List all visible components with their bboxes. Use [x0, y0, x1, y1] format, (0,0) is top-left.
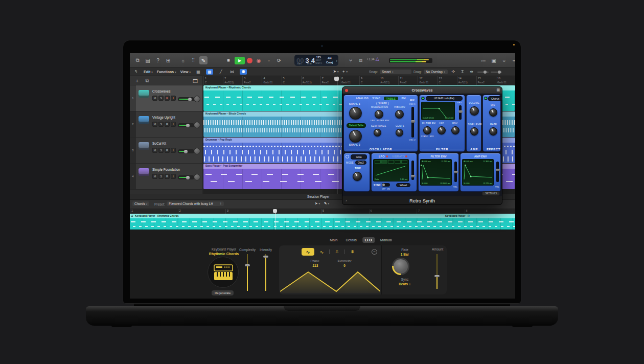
- shape2-knob[interactable]: [349, 130, 362, 143]
- drag-select[interactable]: No Overlap ⇕: [424, 70, 448, 74]
- record-button[interactable]: [247, 58, 252, 63]
- lcd-key[interactable]: Cmaj: [326, 60, 333, 64]
- ruler-bar[interactable]: 10 Am7(11): [379, 76, 398, 85]
- flex-icon[interactable]: ✣: [450, 69, 457, 75]
- ruler-bar[interactable]: 13 C: [438, 76, 457, 85]
- bar-ruler[interactable]: 1 C2 Am7(11)3 Fsus24 Gadd 115 C6 Am7(11)…: [203, 76, 515, 85]
- sine-level-knob[interactable]: [470, 127, 478, 135]
- autozoom-icon[interactable]: ⇹: [468, 69, 475, 75]
- filter-env-display[interactable]: A 0.00 msD 210 ms S 0.00R 8500 ms: [420, 159, 452, 186]
- i-button[interactable]: I: [171, 122, 176, 127]
- chords-button[interactable]: Chords ▾: [132, 201, 149, 206]
- lfo-display[interactable]: Rate 1.80 ms: [373, 159, 409, 181]
- m-button[interactable]: M: [152, 96, 157, 101]
- intensity-slider[interactable]: [265, 254, 266, 291]
- tab-sync[interactable]: SYNC: [372, 97, 380, 100]
- minus-icon[interactable]: −: [372, 249, 377, 255]
- track-name[interactable]: Vintage Upright: [152, 116, 175, 119]
- m-button[interactable]: M: [152, 148, 157, 153]
- track-header[interactable]: 2 Vintage Upright MSRI: [130, 111, 202, 138]
- amp-env-display[interactable]: A 0.40 msD 300 ms S 0.00R 270 ms: [462, 159, 494, 186]
- regenerate-button[interactable]: Regenerate: [212, 290, 234, 295]
- rate-value[interactable]: 1 Bar: [401, 252, 409, 257]
- default-table-button[interactable]: Default Table: [347, 123, 366, 128]
- filter-env-knob[interactable]: [451, 126, 459, 134]
- grid-view-icon[interactable]: ▦: [195, 69, 202, 75]
- tab-table[interactable]: TABLE: [384, 97, 398, 100]
- m-button[interactable]: M: [152, 122, 157, 127]
- track-name[interactable]: Simple Foundation: [152, 168, 180, 171]
- lcd-display[interactable]: 00 3 4 BAR BEAT 125 KEEP TEMPO 4/4: [294, 55, 338, 66]
- lfo-sync-switch[interactable]: [382, 183, 390, 187]
- glide-power-icon[interactable]: [346, 155, 349, 158]
- functions-menu[interactable]: Functions▾: [157, 70, 176, 74]
- complexity-slider[interactable]: [247, 254, 248, 291]
- loop-browser-icon[interactable]: ○: [500, 56, 508, 64]
- wave-sine-selected-icon[interactable]: ∿: [302, 248, 314, 256]
- ruler-bar[interactable]: 4 Gadd 11: [262, 76, 281, 85]
- disclosure-icon[interactable]: ›: [346, 198, 347, 203]
- tab-fm[interactable]: FM: [402, 97, 406, 100]
- lfo-waveform-display[interactable]: [280, 270, 380, 293]
- editors-icon[interactable]: ✎: [199, 56, 208, 64]
- session-player-icon[interactable]: ⚉: [240, 69, 247, 75]
- editor-tab-lfo[interactable]: LFO: [362, 237, 375, 243]
- inspector-icon[interactable]: ▤: [144, 56, 152, 64]
- wave-sine-icon[interactable]: ∿: [315, 248, 328, 256]
- osc-mix-slider[interactable]: [411, 107, 414, 138]
- r-button[interactable]: R: [165, 148, 170, 153]
- ruler-bar[interactable]: 6 Am7(11): [301, 76, 320, 85]
- i-button[interactable]: I: [171, 174, 176, 179]
- lfo-depth-slider[interactable]: [411, 161, 414, 180]
- lcd-time-signature[interactable]: 4/4: [326, 56, 333, 60]
- zoom-h-slider[interactable]: [477, 72, 489, 73]
- volume-slider[interactable]: [178, 175, 194, 179]
- note-pads-icon[interactable]: ▣: [490, 56, 498, 64]
- fade-tool-icon[interactable]: ╱: [217, 69, 224, 75]
- track-header[interactable]: 4 Simple Foundation MSRI: [130, 164, 202, 190]
- stop-button[interactable]: ■: [224, 56, 233, 64]
- settings-button[interactable]: SETTINGS: [482, 191, 500, 196]
- preset-select[interactable]: Flavored Chords with busy LH ⇕: [167, 201, 224, 206]
- pan-knob[interactable]: [194, 122, 200, 128]
- command-tool-menu[interactable]: ＋▾: [341, 69, 348, 74]
- m-button[interactable]: M: [152, 174, 157, 179]
- toolbar-icon[interactable]: ⊞: [164, 56, 172, 64]
- zoom-v-slider[interactable]: [491, 72, 502, 73]
- editor-tab-manual[interactable]: Manual: [378, 237, 395, 243]
- volume-slider[interactable]: [178, 149, 194, 153]
- pointer-tool-menu[interactable]: ➤▾: [333, 70, 338, 74]
- edit-menu[interactable]: Edit▾: [144, 70, 153, 74]
- ruler-bar[interactable]: 14 Am7(11): [457, 76, 476, 85]
- player-artwork[interactable]: [208, 257, 239, 288]
- ruler-bar[interactable]: 12 Gadd 11: [418, 76, 437, 85]
- shape1-knob[interactable]: [349, 107, 362, 120]
- count-in-icon[interactable]: ⧈: [357, 56, 365, 64]
- r-button[interactable]: R: [165, 96, 170, 101]
- sync-value[interactable]: Beats ⇕: [399, 282, 411, 287]
- rate-knob[interactable]: [392, 258, 409, 275]
- editor-tab-details[interactable]: Details: [343, 237, 359, 243]
- ruler-bar[interactable]: 2 Am7(11): [223, 76, 242, 85]
- metronome-icon[interactable]: △: [376, 56, 379, 61]
- crossfade-icon[interactable]: ⋈: [228, 69, 236, 75]
- s-button[interactable]: S: [158, 122, 164, 127]
- effect-power-icon[interactable]: [484, 97, 488, 100]
- replace-icon[interactable]: ▫: [265, 56, 273, 64]
- amount-slider[interactable]: [436, 254, 438, 289]
- plugin-window[interactable]: Crosswaves ▣ ANALOG SYNC TABLE FM: [342, 86, 502, 205]
- ruler-bar[interactable]: 11 Fsus2: [398, 76, 418, 85]
- s-button[interactable]: S: [158, 174, 164, 179]
- ruler-bar[interactable]: 15 Fsus2: [476, 76, 496, 85]
- editor-tab-main[interactable]: Main: [327, 237, 340, 243]
- filter-preset[interactable]: LP 24dB Lush (Fat): [426, 96, 463, 101]
- view-menu[interactable]: View▾: [180, 70, 191, 74]
- quick-help-icon[interactable]: ?: [154, 56, 162, 64]
- snap-select[interactable]: Smart ⇕: [380, 70, 411, 74]
- region-loop-icon[interactable]: ⊡: [131, 214, 133, 217]
- amp-env-vel-slider[interactable]: [496, 162, 499, 182]
- track-header[interactable]: 3 SoCal Kit MSRI: [130, 138, 202, 164]
- session-pencil-tool[interactable]: ✎▾: [324, 201, 329, 206]
- glide-select[interactable]: Glide: [351, 154, 367, 160]
- mixer-icon[interactable]: ⫶⫶: [189, 56, 197, 64]
